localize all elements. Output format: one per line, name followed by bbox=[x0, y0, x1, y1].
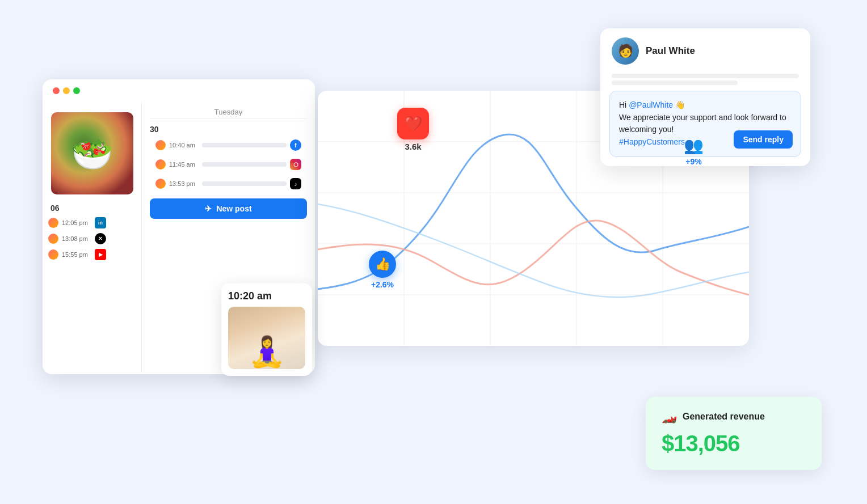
like-icon: 👍 bbox=[369, 251, 396, 278]
like-badge: 👍 +2.6% bbox=[369, 251, 396, 289]
heart-badge: ❤️ 3.6k bbox=[397, 108, 429, 151]
youtube-icon: ▶ bbox=[95, 249, 106, 260]
right-day-number: 30 bbox=[150, 125, 307, 134]
woman-image: 🧘‍♀️ bbox=[228, 307, 305, 369]
send-reply-button[interactable]: Send reply bbox=[734, 130, 793, 149]
hashtag-text: #HappyCustomers bbox=[619, 137, 685, 146]
profile-name: Paul White bbox=[646, 45, 695, 57]
people-value: +9% bbox=[685, 157, 701, 166]
schedule-time-2: 13:08 pm bbox=[62, 235, 91, 242]
paper-plane-icon: ✈ bbox=[205, 204, 212, 213]
gray-bar-2 bbox=[612, 81, 738, 85]
reply-line1: Hi bbox=[619, 100, 629, 109]
schedule-item-2: 13:08 pm ✕ bbox=[43, 231, 141, 247]
schedule-item-3: 15:55 pm ▶ bbox=[43, 247, 141, 262]
scene: 06 12:05 pm in 13:08 pm ✕ 15:55 pm ▶ bbox=[0, 0, 867, 504]
revenue-header: 🏎️ Generated revenue bbox=[662, 409, 806, 424]
profile-header: 🧑 Paul White bbox=[600, 28, 810, 74]
gray-bar-1 bbox=[612, 74, 799, 78]
time-display: 10:20 am bbox=[228, 290, 305, 302]
heart-icon: ❤️ bbox=[397, 108, 429, 139]
time-bar bbox=[202, 143, 287, 147]
dot-green bbox=[73, 87, 80, 94]
dot-yellow bbox=[63, 87, 70, 94]
new-post-label: New post bbox=[216, 204, 251, 213]
mini-avatar bbox=[155, 159, 166, 170]
reply-bubble: Hi @PaulWhite 👋 We appreciate your suppo… bbox=[609, 91, 801, 157]
new-post-button[interactable]: ✈ New post bbox=[150, 198, 307, 219]
mention-text: @PaulWhite bbox=[629, 100, 673, 109]
mini-avatar bbox=[48, 234, 58, 244]
right-time-2: 11:45 am bbox=[169, 161, 199, 168]
people-icon: 👥 bbox=[684, 136, 704, 155]
wave-emoji: 👋 bbox=[673, 100, 685, 109]
food-image bbox=[51, 112, 133, 194]
schedule-time-3: 15:55 pm bbox=[62, 251, 91, 258]
gauge-icon: 🏎️ bbox=[662, 409, 677, 424]
avatar: 🧑 bbox=[612, 37, 639, 65]
like-value: +2.6% bbox=[371, 280, 394, 289]
x-icon: ✕ bbox=[95, 233, 106, 244]
people-badge: 👥 +9% bbox=[684, 136, 704, 166]
linkedin-icon: in bbox=[95, 217, 106, 228]
time-card: 10:20 am 🧘‍♀️ bbox=[221, 283, 312, 376]
left-day-number: 06 bbox=[43, 199, 141, 215]
revenue-label: Generated revenue bbox=[683, 412, 765, 422]
facebook-icon: f bbox=[290, 139, 301, 151]
right-schedule-2: 11:45 am ⬡ bbox=[150, 156, 307, 172]
food-bowl bbox=[51, 112, 133, 194]
time-bar bbox=[202, 181, 287, 186]
schedule-item-1: 12:05 pm in bbox=[43, 215, 141, 231]
schedule-time-1: 12:05 pm bbox=[62, 219, 91, 226]
right-schedule-3: 13:53 pm ♪ bbox=[150, 176, 307, 192]
revenue-value: $13,056 bbox=[662, 431, 806, 456]
right-schedule-1: 10:40 am f bbox=[150, 137, 307, 153]
revenue-card: 🏎️ Generated revenue $13,056 bbox=[646, 397, 822, 470]
right-time-3: 13:53 pm bbox=[169, 180, 199, 187]
heart-value: 3.6k bbox=[405, 142, 421, 151]
mini-avatar bbox=[155, 179, 166, 189]
left-panel: 06 12:05 pm in 13:08 pm ✕ 15:55 pm ▶ bbox=[43, 102, 142, 372]
instagram-icon: ⬡ bbox=[290, 159, 301, 170]
dot-red bbox=[53, 87, 60, 94]
profile-card: 🧑 Paul White Hi @PaulWhite 👋 We apprecia… bbox=[600, 28, 810, 166]
mini-avatar bbox=[48, 249, 58, 260]
right-time-1: 10:40 am bbox=[169, 142, 199, 149]
mini-avatar bbox=[48, 218, 58, 228]
time-bar bbox=[202, 162, 287, 167]
day-header: Tuesday bbox=[150, 108, 307, 119]
title-bar bbox=[43, 79, 315, 102]
tiktok-icon: ♪ bbox=[290, 178, 301, 189]
mini-avatar bbox=[155, 140, 166, 150]
